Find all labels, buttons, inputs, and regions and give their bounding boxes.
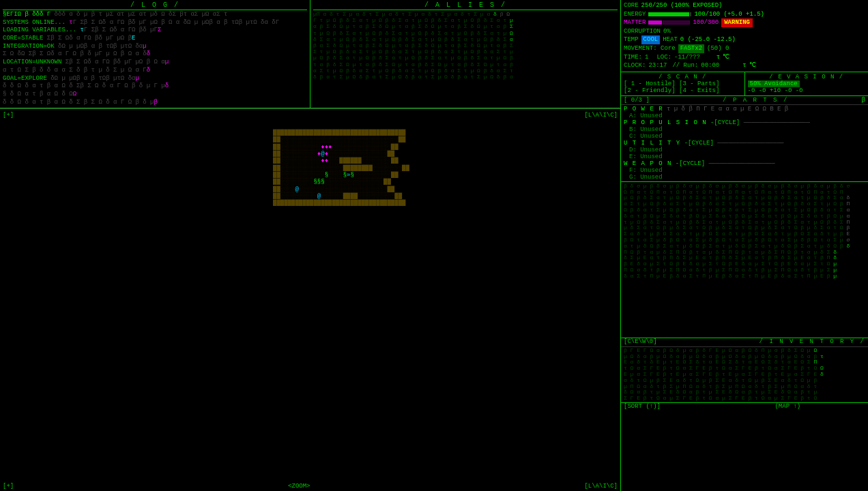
temp-label: COOL xyxy=(641,35,661,44)
scan-opt-2[interactable]: [2 - Friendly] [4 - Exits] xyxy=(624,87,742,94)
evasion-section: / E V A S I O N / 50% Avoidance -0 -0 +1… xyxy=(745,72,869,95)
energy-value: 100/100 (+5.0 +1.5) xyxy=(694,10,764,19)
prop-item-c[interactable]: C: Unused xyxy=(624,133,865,140)
game-map-container: ████████████████████████████████████ ██░… xyxy=(273,130,409,207)
weap-item-f[interactable]: F: Unused xyxy=(624,167,865,174)
right-panel: CORE 250/250 (100% EXPOSED) ENERGY 100/1… xyxy=(621,0,868,491)
parts-section: [ 0/3 ] / P A R T S / β P O W E R τ µ δ … xyxy=(621,96,868,182)
heat-value: 0 (-25.0 -12.5) xyxy=(680,35,736,44)
util-item-d[interactable]: D: Unused xyxy=(624,147,865,153)
loc-value: -11/??? xyxy=(674,53,700,62)
map-bottom-left: [+] xyxy=(3,483,14,490)
scan-options[interactable]: [ 1 - Hostile] [3 - Parts] [2 - Friendly… xyxy=(624,80,742,94)
weap-item-g[interactable]: G: Unused xyxy=(624,174,865,181)
core-value: 250/250 (100% EXPOSED) xyxy=(641,1,723,10)
parts-content: P O W E R τ µ δ β Π Γ Ε α α α µ Ε Ω Ω Β … xyxy=(621,105,868,181)
scan-evasion-row: / S C A N / [ 1 - Hostile] [3 - Parts] [… xyxy=(621,72,868,96)
scan-title: / S C A N / xyxy=(624,74,742,80)
noise-area: β δ σ µ β δ σ µ β δ σ µ β δ σ µ β δ σ µ … xyxy=(621,182,868,338)
matter-value: 100/300 xyxy=(693,18,719,27)
allies-title: / A L L I E S / xyxy=(313,1,618,9)
time-row: TIME: 1 LOC: -11/??? τ℃ xyxy=(624,53,865,62)
warning-badge: WARNING xyxy=(721,18,753,27)
allies-section: / A L L I E S / µΠ α δ τ Σ µ α δ τ Σ µ α… xyxy=(310,0,620,108)
corruption-row: CORRUPTION 0% xyxy=(624,27,865,36)
allies-noise: µΠ α δ τ Σ µ α δ τ Σ µ α δ τ Σ µ α δ τ Σ… xyxy=(313,11,618,80)
left-panel: / L O G / §ΕΓΙΩ β δδδ Γ δδδ α δ µ β τ µΣ… xyxy=(0,0,621,491)
inv-title: / I N V E N T O R Y / xyxy=(760,339,865,346)
inventory-section: [C\E\W\0] / I N V E N T O R Y / β Γ Ε Γ … xyxy=(621,338,868,491)
scan-opt-1[interactable]: [ 1 - Hostile] [3 - Parts] xyxy=(624,80,742,87)
clock-row: CLOCK: 23:17 // Run: 00:00 τ℃ xyxy=(624,61,865,70)
util-item-e[interactable]: E: Unused xyxy=(624,153,865,160)
inv-bottom-bar[interactable]: [SORT (↑)] (MAP ↑) xyxy=(621,402,868,411)
movement-row: MOVEMENT: Core FASTx2 (50) 0 xyxy=(624,44,865,53)
evasion-title: / E V A S I O N / xyxy=(748,74,866,80)
status-section: CORE 250/250 (100% EXPOSED) ENERGY 100/1… xyxy=(621,0,868,72)
map-top-left: [+] xyxy=(3,112,14,119)
inventory-title-row: [C\E\W\0] / I N V E N T O R Y / xyxy=(621,338,868,347)
matter-row: MATTER 100/300 WARNING xyxy=(624,18,865,27)
prop-item-b[interactable]: B: Unused xyxy=(624,126,865,133)
energy-row: ENERGY 100/100 (+5.0 +1.5) xyxy=(624,10,865,19)
game-map: ████████████████████████████████████ ██░… xyxy=(273,130,409,207)
avoidance-badge: 50% Avoidance xyxy=(748,80,800,87)
clock-value: 23:17 xyxy=(648,61,667,70)
inv-content: β Γ Ε Γ Ω α β Ω δ µ α β δ Γ Ε µ Ω α β Ω … xyxy=(621,347,868,402)
temp-row: TEMP COOL HEAT 0 (-25.0 -12.5) xyxy=(624,35,865,44)
evasion-value: 50% Avoidance xyxy=(748,80,866,87)
map-area: [+] [L\A\I\C] ██████████████████████████… xyxy=(0,109,620,491)
top-area: / L O G / §ΕΓΙΩ β δδδ Γ δδδ α δ µ β τ µΣ… xyxy=(0,0,620,109)
utility-category: U T I L I T Y -[CYCLE] ─────────────────… xyxy=(624,140,865,147)
movement-label: FASTx2 xyxy=(678,44,704,53)
evasion-stats: -0 -0 +10 -0 -0 xyxy=(748,87,866,94)
movement-val: (50) 0 xyxy=(707,44,729,53)
time-value: 1 xyxy=(645,53,648,62)
parts-slot-info: [ 0/3 ] xyxy=(624,97,650,104)
power-category: P O W E R τ µ δ β Π Γ Ε α α α µ Ε Ω Ω Β … xyxy=(624,106,865,113)
map-zoom[interactable]: <ZOOM> xyxy=(288,483,310,490)
inv-shortcut: [C\E\W\0] xyxy=(624,339,657,346)
log-title: / L O G / xyxy=(3,1,307,9)
run-value: 00:00 xyxy=(701,61,719,70)
log-content: §ΕΓΙΩ β δδδ Γ δδδ α δ µ β τ µΣ ατ µΣ ατ … xyxy=(3,11,307,106)
parts-title-row: [ 0/3 ] / P A R T S / β xyxy=(621,96,868,105)
weapon-category: W E A P O N -[CYCLE] ────────────────── xyxy=(624,160,865,167)
map-bottom-bar: [+] <ZOOM> [L\A\I\C] xyxy=(0,481,620,491)
corruption-value: 0% xyxy=(663,27,671,36)
core-row: CORE 250/250 (100% EXPOSED) xyxy=(624,1,865,10)
map-top-right: [L\A\I\C] xyxy=(584,112,618,119)
map-bottom-right: [L\A\I\C] xyxy=(584,483,618,490)
power-item-a[interactable]: A: Unused xyxy=(624,113,865,119)
log-section: / L O G / §ΕΓΙΩ β δδδ Γ δδδ α δ µ β τ µΣ… xyxy=(0,0,310,108)
scan-section: / S C A N / [ 1 - Hostile] [3 - Parts] [… xyxy=(621,72,745,95)
parts-title: / P A R T S / xyxy=(723,97,788,104)
main-container: / L O G / §ΕΓΙΩ β δδδ Γ δδδ α δ µ β τ µΣ… xyxy=(0,0,868,491)
propulsion-category: P R O P U L S I O N -[CYCLE] ───────────… xyxy=(624,119,865,126)
